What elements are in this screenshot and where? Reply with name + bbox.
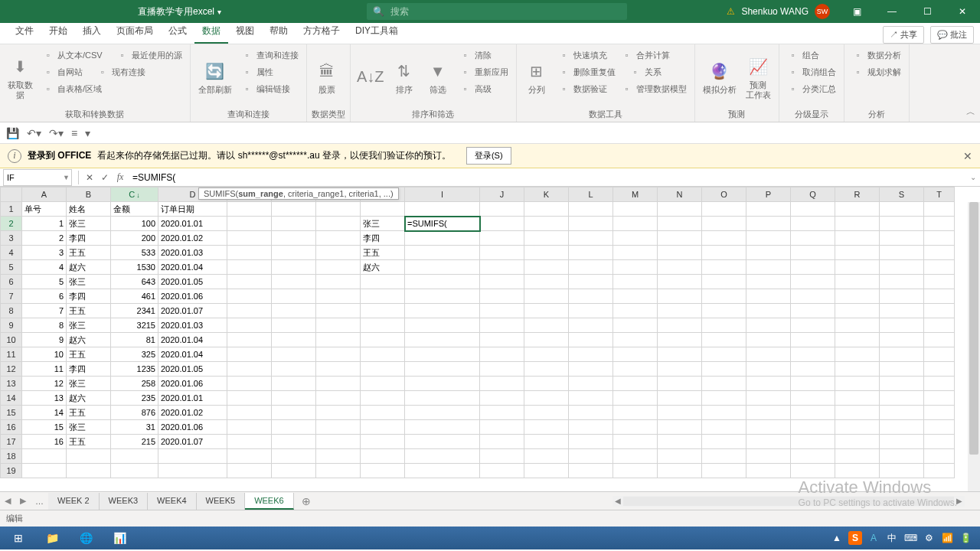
cell[interactable]: [524, 289, 569, 304]
cell[interactable]: [272, 449, 316, 464]
row-header[interactable]: 16: [1, 420, 22, 435]
cell[interactable]: [746, 391, 791, 406]
cell[interactable]: [658, 289, 702, 304]
cell[interactable]: [658, 260, 702, 275]
cell[interactable]: [272, 275, 316, 289]
warning-icon[interactable]: ⚠: [727, 6, 735, 17]
ribbon-button[interactable]: ▫从文本/CSV: [39, 47, 106, 63]
cell[interactable]: [924, 406, 955, 420]
cell[interactable]: [22, 464, 67, 478]
cell[interactable]: [316, 260, 361, 275]
cell[interactable]: [361, 202, 405, 217]
cell[interactable]: [361, 275, 405, 289]
cell[interactable]: [791, 420, 835, 435]
avatar[interactable]: SW: [815, 4, 830, 19]
cell[interactable]: [227, 231, 272, 246]
cell[interactable]: [613, 202, 658, 217]
system-tray[interactable]: ▲ S A 中 ⌨ ⚙ 📶 🔋: [830, 531, 977, 545]
cell[interactable]: 100: [111, 217, 158, 231]
ribbon-button[interactable]: ⬇获取数据: [5, 47, 36, 107]
cell[interactable]: [613, 275, 658, 289]
cell[interactable]: 李四: [67, 362, 111, 377]
cell[interactable]: [702, 318, 746, 333]
cell[interactable]: [524, 304, 569, 318]
cell[interactable]: [480, 202, 524, 217]
cell[interactable]: [524, 377, 569, 391]
taskbar-app[interactable]: 📊: [104, 528, 135, 548]
cell[interactable]: [111, 464, 158, 478]
namebox-dropdown-icon[interactable]: ▼: [63, 174, 70, 181]
add-sheet-button[interactable]: ⊕: [294, 495, 318, 507]
cell[interactable]: [272, 420, 316, 435]
cell[interactable]: 王五: [67, 347, 111, 362]
cell[interactable]: [880, 246, 924, 260]
cell[interactable]: [316, 333, 361, 347]
cell[interactable]: [791, 464, 835, 478]
ribbon-button[interactable]: ▫重新应用: [456, 64, 511, 80]
share-button[interactable]: ↗ 共享: [883, 26, 924, 44]
tray-icon[interactable]: 📶: [940, 531, 954, 545]
sheet-nav-prev[interactable]: ◀: [0, 496, 15, 506]
cell[interactable]: [524, 362, 569, 377]
cell[interactable]: [880, 275, 924, 289]
cell[interactable]: [746, 406, 791, 420]
cell[interactable]: [835, 464, 880, 478]
cell[interactable]: 王五: [67, 246, 111, 260]
cell[interactable]: [111, 449, 158, 464]
worksheet-grid[interactable]: SUMIFS(sum_range, criteria_range1, crite…: [0, 187, 980, 491]
cell[interactable]: [658, 304, 702, 318]
row-header[interactable]: 17: [1, 435, 22, 449]
cell[interactable]: 235: [111, 391, 158, 406]
cell[interactable]: [227, 304, 272, 318]
ribbon-button[interactable]: ▫取消组合: [784, 64, 839, 80]
ribbon-button[interactable]: ▫查询和连接: [238, 47, 302, 63]
cell[interactable]: [924, 246, 955, 260]
cell[interactable]: [702, 464, 746, 478]
ribbon-button[interactable]: ▫属性: [238, 64, 276, 80]
cell[interactable]: 14: [22, 406, 67, 420]
cell[interactable]: [316, 289, 361, 304]
cell[interactable]: [658, 420, 702, 435]
cell[interactable]: [702, 449, 746, 464]
cell[interactable]: 2020.01.01: [158, 391, 227, 406]
cell[interactable]: [361, 304, 405, 318]
cell[interactable]: [361, 347, 405, 362]
cell[interactable]: [227, 202, 272, 217]
cell[interactable]: [791, 333, 835, 347]
cell[interactable]: [658, 246, 702, 260]
cell[interactable]: [880, 377, 924, 391]
cell[interactable]: [702, 202, 746, 217]
start-button[interactable]: ⊞: [3, 528, 34, 548]
cell[interactable]: 12: [22, 377, 67, 391]
cell[interactable]: [880, 391, 924, 406]
cell[interactable]: [924, 260, 955, 275]
cell[interactable]: =SUMIFS(: [405, 217, 480, 231]
ribbon-button[interactable]: ▫清除: [456, 47, 495, 63]
enter-formula-button[interactable]: ✓: [97, 172, 113, 183]
cell[interactable]: [480, 275, 524, 289]
cell[interactable]: 2020.01.03: [158, 246, 227, 260]
cell[interactable]: [791, 289, 835, 304]
column-header-P[interactable]: P: [746, 187, 791, 202]
cell[interactable]: [480, 464, 524, 478]
cell[interactable]: [569, 362, 613, 377]
cell[interactable]: [880, 260, 924, 275]
cell[interactable]: [924, 289, 955, 304]
cell[interactable]: [272, 217, 316, 231]
redo-button[interactable]: ↷▾: [49, 127, 64, 139]
cell[interactable]: 1530: [111, 260, 158, 275]
cell[interactable]: [480, 449, 524, 464]
cell[interactable]: [405, 231, 480, 246]
minimize-button[interactable]: —: [874, 0, 910, 23]
column-header-I[interactable]: I: [405, 187, 480, 202]
ribbon-button[interactable]: ▫管理数据模型: [618, 81, 690, 96]
cell[interactable]: [924, 464, 955, 478]
cell[interactable]: [791, 435, 835, 449]
cell[interactable]: [480, 347, 524, 362]
cell[interactable]: [924, 362, 955, 377]
cell[interactable]: [227, 347, 272, 362]
cell[interactable]: [880, 333, 924, 347]
cell[interactable]: [405, 333, 480, 347]
cell[interactable]: 15: [22, 420, 67, 435]
cell[interactable]: [613, 362, 658, 377]
